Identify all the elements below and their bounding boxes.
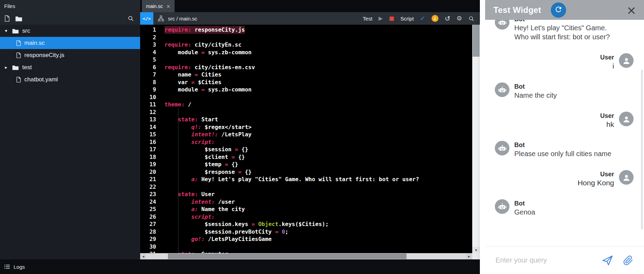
code-line[interactable]: 30 [140,243,472,251]
code-line[interactable]: 4 module = sys.zb-common [140,49,472,56]
code-line[interactable]: 18 $client = {} [140,153,472,161]
code-line[interactable]: 11 theme: / [140,101,472,108]
code-line[interactable]: 25 a: Name the city [140,206,472,213]
code-line[interactable]: 2 [140,34,472,41]
code-line[interactable]: 9 module = sys.zb-common [140,86,472,94]
user-avatar [619,112,634,126]
code-line[interactable]: 27 $session.keys = Object.keys($Cities); [140,220,472,228]
line-text: q!: $regex</start> [164,123,251,131]
line-text: var = $Cities [164,79,222,86]
message-text: Please use only full cities name [514,149,611,158]
validate-script-icon[interactable]: ✓ [420,15,425,22]
scroll-down-arrow[interactable]: ▾ [472,247,480,253]
code-line[interactable]: 23 state: User [140,191,472,198]
code-line[interactable]: 29 go!: /LetsPlayCitiesGame [140,235,472,243]
files-panel-title: Files [4,3,15,9]
editor-search-icon[interactable] [468,16,474,22]
file-icon [16,40,21,46]
code-line[interactable]: 24 intent: /user [140,198,472,206]
code-line[interactable]: 12 [140,108,472,116]
undo-icon[interactable]: ↺ [445,15,450,22]
code-line[interactable]: 15 intent!: /LetsPlay [140,131,472,138]
line-number: 6 [140,64,156,71]
line-number: 16 [140,138,156,146]
code-line[interactable]: 16 script: [140,138,472,146]
breadcrumb[interactable]: src / main.sc [168,16,197,22]
run-test-icon[interactable]: ▶ [379,16,383,21]
logs-bar[interactable]: Logs [0,259,480,274]
scroll-left-arrow[interactable]: ◂ [140,253,146,259]
new-file-icon[interactable] [4,15,10,22]
message-content: User i [600,53,614,71]
code-lines[interactable]: 1 require: responseCity.js 2 3 require: … [140,25,472,253]
code-line[interactable]: 17 $session = {} [140,146,472,153]
close-widget-button[interactable]: × [627,4,637,16]
code-editor[interactable]: 1 require: responseCity.js 2 3 require: … [140,25,480,253]
tab-close-icon[interactable]: × [166,3,170,9]
line-number: 13 [140,116,156,123]
refresh-icon [554,5,563,15]
chevron-icon[interactable]: ▾ [3,28,9,33]
scroll-right-arrow[interactable]: ▸ [466,253,472,259]
line-number: 22 [140,183,156,191]
user-avatar [619,53,634,68]
message-text: Name the city [514,91,557,100]
paperclip-icon [622,255,634,266]
code-line[interactable]: 7 name = Cities [140,71,472,79]
code-line[interactable]: 14 q!: $regex</start> [140,123,472,131]
message-content: Bot Name the city [514,82,557,100]
editor-vertical-scrollbar[interactable]: ▾ [472,25,480,253]
line-number: 17 [140,146,156,153]
message-author: User [600,170,614,178]
files-search-icon[interactable] [128,15,134,22]
code-line[interactable]: 21 a: Hey! Let's play "Cities" Game. Who… [140,176,472,183]
line-number: 9 [140,86,156,94]
line-text: name = Cities [164,71,222,79]
tree-item-src[interactable]: ▾ src [0,25,140,37]
line-text: intent!: /LetsPlay [164,131,251,138]
code-view-button[interactable]: </> [140,12,153,25]
line-number: 21 [140,176,156,183]
send-message-button[interactable] [602,255,613,266]
chat-message-list: Bot Hey! Let's play "Cities" Game. Who w… [485,20,644,246]
chevron-icon[interactable]: ▸ [3,65,9,70]
tree-item-test[interactable]: ▸ test [0,61,140,73]
code-line[interactable]: 3 require: city/cityEn.sc [140,41,472,49]
code-line[interactable]: 26 script: [140,213,472,221]
code-line[interactable]: 8 var = $Cities [140,79,472,86]
message-content: User hk [600,112,614,129]
code-line[interactable]: 13 state: Start [140,116,472,123]
vertical-scrollbar-thumb[interactable] [473,25,480,57]
new-folder-icon[interactable] [15,16,23,22]
chat-input-field[interactable]: Enter your query [496,256,593,264]
code-line[interactable]: 10 [140,94,472,101]
tree-item-chatbot-yaml[interactable]: chatbot.yaml [0,73,140,86]
tree-item-main-sc[interactable]: main.sc [0,37,140,49]
message-author: User [600,53,614,62]
horizontal-scrollbar-thumb[interactable] [168,253,406,259]
restart-test-button[interactable] [551,2,566,18]
deploy-button[interactable]: ↓ [432,15,438,22]
stop-test-icon[interactable]: ■ [389,16,394,21]
tab-bar: main.sc × [140,0,480,12]
message-author: Bot [514,20,612,23]
attach-file-button[interactable] [622,255,634,266]
chat-scrollbar-thumb[interactable] [641,70,643,229]
chat-input-bar: Enter your query [485,246,644,274]
code-line[interactable]: 22 [140,183,472,191]
tree-item-responsecity-js[interactable]: responseCity.js [0,49,140,61]
visual-flow-icon[interactable] [158,15,164,22]
code-line[interactable]: 19 $temp = {} [140,161,472,168]
code-line[interactable]: 28 $session.prevBotCity = 0; [140,228,472,236]
code-line[interactable]: 1 require: responseCity.js [140,26,472,34]
test-label: Test [363,16,372,22]
tab-main-sc[interactable]: main.sc × [142,0,175,12]
code-line[interactable]: 5 [140,56,472,64]
code-line[interactable]: 20 $response = {} [140,168,472,176]
editor-horizontal-scrollbar[interactable]: ◂ ▸ [140,253,480,259]
message-text: Hong Kong [578,178,614,187]
line-number: 30 [140,243,156,251]
settings-gear-icon[interactable]: ⚙ [457,15,462,22]
code-line[interactable]: 31 state: Computer [140,250,472,253]
code-line[interactable]: 6 require: city/cities-en.csv [140,64,472,71]
